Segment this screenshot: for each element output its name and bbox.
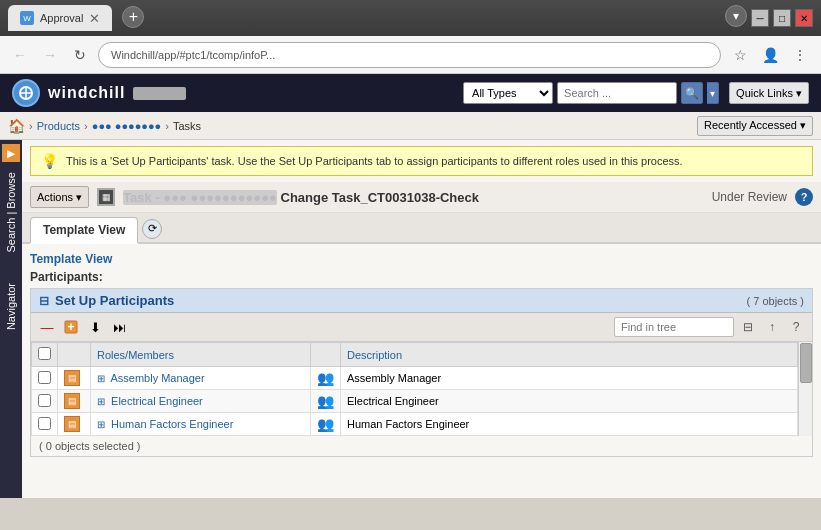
left-sidebar: ▶ Search | Browse Navigator (0, 140, 22, 498)
breadcrumb-sep-2: › (84, 120, 88, 132)
row-checkbox-cell (32, 413, 58, 436)
logo-text: windchill (48, 84, 125, 102)
expand-icon[interactable]: ⊞ (97, 419, 105, 430)
row-description-cell: Human Factors Engineer (341, 413, 798, 436)
desc-people-icon: 👥 (317, 370, 334, 386)
breadcrumb-products[interactable]: Products (37, 120, 80, 132)
main-content: 💡 This is a 'Set Up Participants' task. … (22, 140, 821, 498)
tab-overflow-button[interactable]: ▾ (725, 5, 747, 27)
collapse-button[interactable]: ⊟ (39, 294, 49, 308)
row-role-cell: ⊞ Assembly Manager (91, 367, 311, 390)
role-link[interactable]: Electrical Engineer (111, 395, 203, 407)
maximize-button[interactable]: □ (773, 9, 791, 27)
select-all-checkbox[interactable] (38, 347, 51, 360)
app-header: windchill ●●●●●● All Types 🔍 ▾ Quick Lin… (0, 74, 821, 112)
tab-template-view[interactable]: Template View (30, 217, 138, 244)
tab-bar: Template View ⟳ (22, 213, 821, 244)
role-link[interactable]: Assembly Manager (110, 372, 204, 384)
tab-refresh-button[interactable]: ⟳ (142, 219, 162, 239)
add-button[interactable]: + (61, 317, 81, 337)
info-banner: 💡 This is a 'Set Up Participants' task. … (30, 146, 813, 176)
address-bar[interactable]: Windchill/app/#ptc1/tcomp/infoP... (98, 42, 721, 68)
task-prefix: Task - ●●● ●●●●●●●●●●● (123, 190, 277, 205)
col-roles: Roles/Members (91, 343, 311, 367)
expand-icon[interactable]: ⊞ (97, 373, 105, 384)
reload-button[interactable]: ↻ (68, 43, 92, 67)
task-help-button[interactable]: ? (795, 188, 813, 206)
browser-toolbar-actions: ☆ 👤 ⋮ (727, 42, 813, 68)
remove-button[interactable]: — (37, 317, 57, 337)
profile-button[interactable]: 👤 (757, 42, 783, 68)
row-icon: ▤ (64, 416, 80, 432)
sidebar-navigator-label[interactable]: Navigator (5, 283, 17, 330)
back-button[interactable]: ← (8, 43, 32, 67)
scroll-thumb[interactable] (800, 343, 812, 383)
row-icon: ▤ (64, 370, 80, 386)
new-tab-button[interactable]: + (122, 6, 144, 28)
recently-accessed-button[interactable]: Recently Accessed ▾ (697, 116, 813, 136)
table-row: ▤ ⊞ Assembly Manager 👥 Assembly Manager (32, 367, 798, 390)
row-checkbox[interactable] (38, 371, 51, 384)
participants-section: ⊟ Set Up Participants ( 7 objects ) — + … (30, 288, 813, 457)
col-description: Description (341, 343, 798, 367)
tab-close-button[interactable]: ✕ (89, 11, 100, 26)
sidebar-indicator: ▶ (2, 144, 20, 162)
bookmark-button[interactable]: ☆ (727, 42, 753, 68)
content-area: Template View Participants: ⊟ Set Up Par… (22, 244, 821, 465)
table-footer: ( 0 objects selected ) (31, 436, 812, 456)
col-checkbox (32, 343, 58, 367)
forward-button[interactable]: → (38, 43, 62, 67)
minimize-button[interactable]: ─ (751, 9, 769, 27)
row-icon-cell: ▤ (58, 390, 91, 413)
address-text: Windchill/app/#ptc1/tcomp/infoP... (111, 49, 275, 61)
table-row: ▤ ⊞ Human Factors Engineer 👥 Human Facto… (32, 413, 798, 436)
quick-links-button[interactable]: Quick Links ▾ (729, 82, 809, 104)
sort-button[interactable]: ↑ (762, 317, 782, 337)
find-in-tree-input[interactable] (614, 317, 734, 337)
scrollbar[interactable] (798, 342, 812, 436)
sidebar-search-browse-label[interactable]: Search | Browse (5, 172, 17, 253)
breadcrumb-middle[interactable]: ●●● ●●●●●●● (92, 120, 162, 132)
section-header: ⊟ Set Up Participants ( 7 objects ) (31, 289, 812, 313)
table-container: Roles/Members Description (31, 342, 812, 436)
menu-button[interactable]: ⋮ (787, 42, 813, 68)
desc-people-icon: 👥 (317, 416, 334, 432)
breadcrumb-sep-1: › (29, 120, 33, 132)
type-select[interactable]: All Types (463, 82, 553, 104)
row-checkbox[interactable] (38, 417, 51, 430)
logo-icon (12, 79, 40, 107)
search-dropdown-button[interactable]: ▾ (707, 82, 719, 104)
user-info: ●●●●●● (133, 87, 185, 100)
tab-title: Approval (40, 12, 83, 24)
row-checkbox[interactable] (38, 394, 51, 407)
row-desc-icon-cell: 👥 (311, 413, 341, 436)
close-button[interactable]: ✕ (795, 9, 813, 27)
role-link[interactable]: Human Factors Engineer (111, 418, 233, 430)
template-view-title[interactable]: Template View (30, 252, 813, 266)
search-button[interactable]: 🔍 (681, 82, 703, 104)
info-icon: 💡 (41, 153, 58, 169)
task-icon: ▦ (97, 188, 115, 206)
next-button[interactable]: ⏭ (109, 317, 129, 337)
row-icon-cell: ▤ (58, 413, 91, 436)
roles-table: Roles/Members Description (31, 342, 798, 436)
search-input[interactable] (557, 82, 677, 104)
tab-favicon: W (20, 11, 34, 25)
participants-label: Participants: (30, 270, 813, 284)
table-toolbar: — + ⬇ ⏭ ⊟ ↑ ? (31, 313, 812, 342)
row-checkbox-cell (32, 367, 58, 390)
download-button[interactable]: ⬇ (85, 317, 105, 337)
row-desc-icon-cell: 👥 (311, 390, 341, 413)
toolbar-help-button[interactable]: ? (786, 317, 806, 337)
task-header: Actions ▾ ▦ Task - ●●● ●●●●●●●●●●● Chang… (22, 182, 821, 213)
expand-icon[interactable]: ⊞ (97, 396, 105, 407)
filter-button[interactable]: ⊟ (738, 317, 758, 337)
browser-tab[interactable]: W Approval ✕ (8, 5, 112, 31)
actions-button[interactable]: Actions ▾ (30, 186, 89, 208)
row-description-cell: Assembly Manager (341, 367, 798, 390)
home-icon[interactable]: 🏠 (8, 118, 25, 134)
row-role-cell: ⊞ Electrical Engineer (91, 390, 311, 413)
table-row: ▤ ⊞ Electrical Engineer 👥 Electrical Eng… (32, 390, 798, 413)
col-desc-icon (311, 343, 341, 367)
browser-toolbar: ← → ↻ Windchill/app/#ptc1/tcomp/infoP...… (0, 36, 821, 74)
